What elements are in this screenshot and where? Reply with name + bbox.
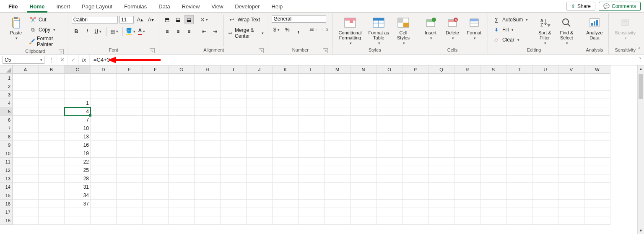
cell[interactable]: [195, 174, 221, 183]
align-bottom-button[interactable]: ⬓: [184, 15, 194, 24]
cell[interactable]: [558, 141, 584, 149]
row-header[interactable]: 4: [0, 99, 13, 107]
clipboard-dialog-launcher[interactable]: ↘: [59, 49, 64, 54]
underline-button[interactable]: U: [93, 27, 103, 36]
cell[interactable]: [506, 107, 532, 116]
cell[interactable]: [584, 107, 610, 116]
align-left-button[interactable]: ≡: [163, 27, 172, 36]
cell[interactable]: [247, 141, 273, 149]
cell[interactable]: [247, 74, 273, 82]
row-header[interactable]: 13: [0, 174, 13, 183]
scroll-down-button[interactable]: ▼: [638, 227, 644, 234]
cell[interactable]: [428, 208, 454, 216]
cell[interactable]: [428, 124, 454, 133]
format-as-table-button[interactable]: Format as Table: [366, 15, 392, 46]
cell[interactable]: [325, 74, 351, 82]
cell[interactable]: [221, 124, 247, 133]
cell[interactable]: [377, 116, 402, 124]
column-header[interactable]: D: [91, 65, 117, 74]
cell[interactable]: [39, 200, 65, 208]
cell[interactable]: [351, 149, 377, 158]
cell[interactable]: [169, 107, 195, 116]
cell[interactable]: [480, 166, 506, 174]
cell[interactable]: [117, 107, 143, 116]
column-header[interactable]: O: [377, 65, 402, 74]
cell[interactable]: [351, 208, 377, 216]
cell[interactable]: [169, 149, 195, 158]
cell[interactable]: [377, 141, 402, 149]
cell[interactable]: [91, 74, 117, 82]
column-header[interactable]: E: [117, 65, 143, 74]
cell[interactable]: [454, 183, 480, 191]
cell[interactable]: [13, 116, 39, 124]
cell[interactable]: [247, 191, 273, 200]
number-dialog-launcher[interactable]: ↘: [323, 48, 328, 53]
cell[interactable]: 34: [65, 191, 91, 200]
name-box[interactable]: C5 ▾: [3, 56, 44, 64]
cell[interactable]: [91, 107, 117, 116]
italic-button[interactable]: I: [83, 27, 92, 36]
cell[interactable]: [117, 99, 143, 107]
cell[interactable]: [532, 82, 558, 91]
cell[interactable]: [117, 191, 143, 200]
cell[interactable]: [299, 141, 325, 149]
cell[interactable]: [480, 183, 506, 191]
column-header[interactable]: C: [65, 65, 91, 74]
cell[interactable]: [273, 91, 299, 99]
cell[interactable]: [402, 99, 428, 107]
scroll-up-button[interactable]: ▲: [638, 65, 644, 72]
cell[interactable]: [169, 124, 195, 133]
cell[interactable]: [377, 107, 402, 116]
cell[interactable]: [480, 82, 506, 91]
cell[interactable]: [428, 166, 454, 174]
cell[interactable]: [221, 91, 247, 99]
cell[interactable]: 13: [65, 133, 91, 141]
cell[interactable]: [454, 74, 480, 82]
cell[interactable]: [454, 99, 480, 107]
cell[interactable]: [584, 82, 610, 91]
cell[interactable]: [91, 149, 117, 158]
cell[interactable]: [454, 124, 480, 133]
cell[interactable]: [506, 82, 532, 91]
cell[interactable]: [91, 99, 117, 107]
cell[interactable]: [532, 74, 558, 82]
format-painter-button[interactable]: 🖌️ Format Painter: [28, 35, 65, 48]
row-header[interactable]: 7: [0, 124, 13, 133]
cell[interactable]: [351, 116, 377, 124]
cell[interactable]: [247, 107, 273, 116]
column-header[interactable]: G: [169, 65, 195, 74]
cell[interactable]: [428, 82, 454, 91]
cell[interactable]: [13, 216, 39, 225]
cell[interactable]: [506, 166, 532, 174]
cell[interactable]: [221, 166, 247, 174]
cell[interactable]: [506, 191, 532, 200]
cell[interactable]: [480, 91, 506, 99]
cell[interactable]: [402, 174, 428, 183]
cell[interactable]: [169, 208, 195, 216]
cell[interactable]: [117, 116, 143, 124]
cell[interactable]: [273, 82, 299, 91]
cell[interactable]: 28: [65, 174, 91, 183]
cell[interactable]: 25: [65, 166, 91, 174]
cell[interactable]: [325, 191, 351, 200]
cell[interactable]: [169, 133, 195, 141]
cell[interactable]: 10: [65, 124, 91, 133]
column-header[interactable]: P: [402, 65, 428, 74]
tab-data[interactable]: Data: [153, 1, 176, 12]
cell[interactable]: [273, 124, 299, 133]
cell[interactable]: [584, 141, 610, 149]
cell[interactable]: [558, 166, 584, 174]
cell[interactable]: [532, 124, 558, 133]
cell[interactable]: [325, 166, 351, 174]
cell[interactable]: [532, 174, 558, 183]
cell[interactable]: [221, 191, 247, 200]
cell[interactable]: [299, 216, 325, 225]
expand-formula-bar-button[interactable]: ˅: [636, 55, 644, 65]
cell[interactable]: [221, 200, 247, 208]
column-header[interactable]: W: [584, 65, 610, 74]
cell[interactable]: [325, 158, 351, 166]
cell[interactable]: [91, 124, 117, 133]
tab-insert[interactable]: Insert: [51, 1, 76, 12]
cell[interactable]: [325, 141, 351, 149]
cell[interactable]: [325, 124, 351, 133]
